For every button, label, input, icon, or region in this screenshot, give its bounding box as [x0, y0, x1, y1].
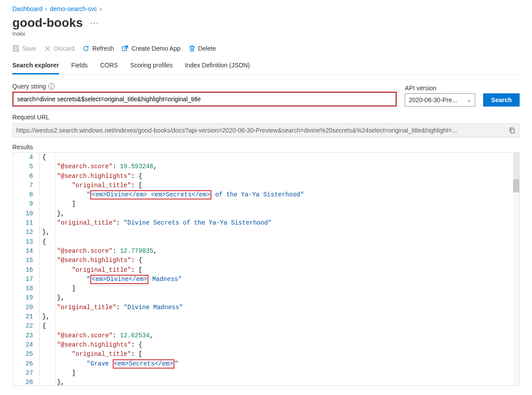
svg-rect-2 [14, 49, 18, 51]
code-line: }, [42, 209, 519, 218]
refresh-label: Refresh [92, 45, 114, 52]
code-line: { [42, 237, 519, 247]
breadcrumb-service[interactable]: demo-search-svc [50, 5, 97, 12]
code-line: }, [42, 378, 519, 386]
code-line: "@search.highlights": { [42, 172, 519, 181]
code-line: ] [42, 199, 519, 209]
line-number-gutter: 4567891011121314151617181920212223242526… [13, 153, 39, 385]
code-line: ] [42, 369, 519, 378]
save-button: Save [12, 45, 36, 52]
refresh-button[interactable]: Refresh [82, 45, 114, 52]
code-line: "@search.highlights": { [42, 340, 519, 350]
chevron-right-icon: › [45, 5, 48, 12]
more-actions-button[interactable]: ··· [90, 18, 99, 28]
api-version-label: API version [405, 85, 475, 92]
code-line: "@search.highlights": { [42, 256, 519, 265]
demo-label: Create Demo App [131, 45, 180, 52]
breadcrumb-dashboard[interactable]: Dashboard [12, 5, 43, 12]
minimap-scrollbar[interactable] [513, 153, 519, 385]
code-line: "<em>Divine</em> Madness" [42, 275, 519, 284]
close-icon [44, 45, 51, 52]
external-link-icon [122, 45, 129, 52]
tab-index-definition[interactable]: Index Definition (JSON) [185, 58, 250, 74]
chevron-down-icon: ⌄ [467, 97, 471, 103]
api-version-select[interactable]: 2020-06-30-Pre... ⌄ [405, 93, 475, 107]
page-subtitle: Index [12, 31, 520, 37]
page-title: good-books [12, 16, 83, 30]
discard-button: Discard [44, 45, 74, 52]
code-line: "Grave <em>Secrets</em>" [42, 359, 519, 369]
svg-rect-1 [14, 46, 17, 48]
query-string-label: Query string i [12, 83, 397, 90]
results-code-editor[interactable]: 4567891011121314151617181920212223242526… [12, 152, 520, 386]
info-icon[interactable]: i [48, 83, 55, 89]
save-label: Save [22, 45, 36, 52]
copy-icon[interactable] [509, 127, 516, 134]
tab-scoring-profiles[interactable]: Scoring profiles [130, 58, 173, 74]
code-line: "@search.score": 19.593246, [42, 162, 519, 171]
code-line: "original_title": "Divine Secrets of the… [42, 218, 519, 228]
tab-cors[interactable]: CORS [100, 58, 118, 74]
code-line: { [42, 321, 519, 331]
trash-icon [188, 45, 196, 52]
create-demo-app-button[interactable]: Create Demo App [122, 45, 180, 52]
chevron-right-icon: › [100, 5, 102, 12]
svg-rect-5 [122, 47, 126, 51]
code-content: { "@search.score": 19.593246, "@search.h… [42, 153, 519, 385]
code-line: }, [42, 293, 519, 303]
code-line: "original_title": [ [42, 266, 519, 275]
tab-fields[interactable]: Fields [71, 58, 88, 74]
scrollbar-thumb[interactable] [513, 179, 519, 192]
code-line: "original_title": "Divine Madness" [42, 303, 519, 312]
api-version-value: 2020-06-30-Pre... [409, 96, 457, 103]
svg-rect-11 [511, 129, 514, 133]
delete-label: Delete [198, 45, 216, 52]
tab-search-explorer[interactable]: Search explorer [12, 58, 59, 74]
code-line: "@search.score": 12.62534, [42, 331, 519, 340]
code-line: "@search.score": 12.779835, [42, 247, 519, 256]
code-line: "original_title": [ [42, 181, 519, 190]
save-icon [12, 45, 19, 52]
search-button[interactable]: Search [483, 93, 520, 107]
query-highlight-box [12, 92, 397, 107]
code-line: { [42, 153, 519, 162]
code-line: "<em>Divine</em> <em>Secrets</em> of the… [42, 190, 519, 199]
refresh-icon [82, 45, 89, 52]
tabs: Search explorer Fields CORS Scoring prof… [12, 58, 520, 75]
breadcrumb: Dashboard › demo-search-svc › [12, 4, 520, 16]
svg-rect-6 [190, 47, 194, 51]
discard-label: Discard [54, 45, 74, 52]
code-line: "original_title": [ [42, 350, 519, 359]
request-url-box: https://westus2.search.windows.net/index… [12, 123, 520, 137]
delete-button[interactable]: Delete [188, 45, 216, 52]
request-url-text: https://westus2.search.windows.net/index… [16, 127, 505, 134]
code-line: }, [42, 312, 519, 321]
code-line: }, [42, 228, 519, 237]
toolbar: Save Discard Refresh Create Demo App Del… [12, 45, 520, 56]
request-url-label: Request URL [12, 114, 520, 121]
code-line: ] [42, 284, 519, 293]
results-label: Results [12, 144, 520, 151]
query-string-input[interactable] [13, 92, 396, 106]
